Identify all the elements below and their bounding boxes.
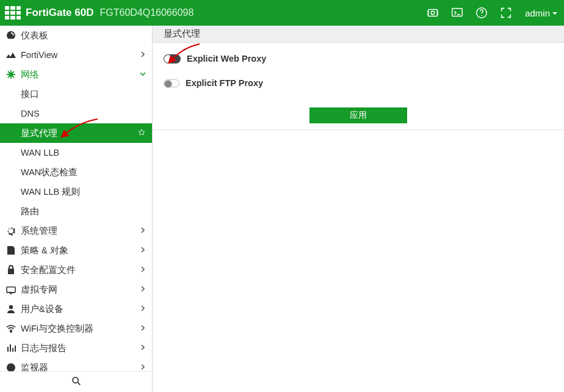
- chevron-right-icon: [140, 305, 146, 313]
- chevron-right-icon: [140, 227, 146, 235]
- sidebar-item-label: 显式代理: [21, 128, 57, 139]
- ftp-proxy-label: Explicit FTP Proxy: [186, 78, 263, 88]
- svg-rect-6: [5, 16, 9, 20]
- apply-button[interactable]: 应用: [309, 107, 407, 123]
- sidebar-item-vpn[interactable]: 虚拟专网: [0, 280, 152, 299]
- chevron-right-icon: [140, 363, 146, 371]
- help-icon[interactable]: [474, 5, 490, 21]
- section-title-text: 显式代理: [164, 28, 200, 40]
- wifi-icon: [5, 322, 17, 335]
- gear-icon: [5, 225, 17, 237]
- sidebar-sub-wan-status[interactable]: WAN状态检查: [0, 162, 152, 182]
- chevron-right-icon: [140, 344, 146, 352]
- svg-point-18: [73, 377, 78, 383]
- chevron-down-icon: [140, 70, 146, 79]
- svg-rect-11: [452, 9, 463, 16]
- sidebar-item-label: WAN LLB 规则: [21, 186, 80, 198]
- sidebar-item-user[interactable]: 用户&设备: [0, 299, 152, 319]
- sidebar-item-label: 路由: [21, 206, 39, 217]
- serial-number: FGT60D4Q16066098: [99, 7, 193, 18]
- sidebar-sub-interface[interactable]: 接口: [0, 84, 152, 104]
- svg-rect-15: [7, 287, 15, 292]
- web-proxy-toggle[interactable]: [164, 54, 181, 64]
- svg-rect-9: [428, 10, 438, 16]
- ftp-proxy-row: Explicit FTP Proxy: [153, 64, 564, 88]
- svg-rect-1: [10, 6, 15, 10]
- sidebar-sub-route[interactable]: 路由: [0, 201, 152, 221]
- sidebar-item-log[interactable]: 日志与报告: [0, 338, 152, 358]
- sidebar-item-label: FortiView: [21, 50, 57, 60]
- sidebar-item-label: 策略 & 对象: [21, 245, 68, 256]
- caret-down-icon: [552, 8, 558, 18]
- sidebar-item-label: 网络: [21, 69, 39, 81]
- sidebar-item-label: 虚拟专网: [21, 284, 57, 296]
- svg-rect-2: [16, 6, 21, 10]
- admin-label: admin: [525, 8, 550, 18]
- fullscreen-icon[interactable]: [498, 5, 514, 21]
- search-icon: [71, 376, 82, 388]
- header-right: admin: [425, 5, 558, 21]
- wizard-icon[interactable]: [425, 5, 441, 21]
- svg-rect-0: [5, 6, 9, 10]
- sidebar-sub-dns[interactable]: DNS: [0, 104, 152, 123]
- sidebar-item-wifi[interactable]: WiFi与交换控制器: [0, 319, 152, 338]
- section-title: 显式代理: [153, 26, 564, 43]
- sidebar-item-label: WAN状态检查: [21, 167, 78, 178]
- vpn-icon: [5, 283, 17, 296]
- app-header: FortiGate 60D FGT60D4Q16066098 admin: [0, 0, 564, 26]
- sidebar-item-label: 安全配置文件: [21, 264, 76, 276]
- sidebar-item-label: 仪表板: [21, 30, 48, 42]
- content-area: 显式代理 Explicit Web Proxy Explicit FTP Pro…: [153, 26, 564, 392]
- chevron-right-icon: [140, 246, 146, 255]
- svg-point-10: [431, 11, 435, 15]
- favorite-star-icon[interactable]: [137, 128, 146, 139]
- svg-rect-3: [5, 11, 9, 15]
- sidebar-item-monitor[interactable]: 监视器: [0, 358, 152, 371]
- svg-rect-5: [16, 11, 21, 15]
- sidebar-sub-wan-llb-rule[interactable]: WAN LLB 规则: [0, 182, 152, 201]
- sidebar-item-policy[interactable]: 策略 & 对象: [0, 241, 152, 260]
- chevron-right-icon: [140, 266, 146, 274]
- sidebar-item-label: 用户&设备: [21, 303, 63, 315]
- lock-icon: [5, 264, 17, 276]
- cli-icon[interactable]: [449, 5, 465, 21]
- sidebar-item-fortiview[interactable]: FortiView: [0, 45, 152, 65]
- sidebar-sub-explicit-proxy[interactable]: 显式代理: [0, 123, 152, 143]
- sidebar-sub-wan-llb[interactable]: WAN LLB: [0, 143, 152, 162]
- svg-point-14: [10, 73, 12, 76]
- svg-point-16: [9, 305, 13, 309]
- svg-rect-4: [10, 11, 15, 15]
- sidebar-item-system[interactable]: 系统管理: [0, 221, 152, 241]
- web-proxy-label: Explicit Web Proxy: [187, 54, 266, 64]
- sidebar-search[interactable]: [0, 371, 152, 392]
- report-icon: [5, 342, 17, 354]
- sidebar-item-label: WiFi与交换控制器: [21, 323, 93, 335]
- svg-point-17: [10, 331, 12, 332]
- sidebar: 仪表板 FortiView 网络: [0, 26, 153, 392]
- main-container: 仪表板 FortiView 网络: [0, 26, 564, 392]
- sidebar-item-label: 日志与报告: [21, 343, 67, 354]
- sidebar-item-label: DNS: [21, 109, 40, 118]
- network-icon: [5, 68, 17, 81]
- user-icon: [5, 303, 17, 315]
- product-name: FortiGate 60D: [26, 7, 93, 19]
- fortinet-logo-icon: [5, 6, 21, 20]
- ftp-proxy-toggle[interactable]: [164, 79, 179, 87]
- web-proxy-row: Explicit Web Proxy: [153, 43, 564, 64]
- sidebar-item-dashboard[interactable]: 仪表板: [0, 26, 152, 45]
- sidebar-item-label: 接口: [21, 89, 39, 100]
- policy-icon: [5, 244, 17, 256]
- chevron-right-icon: [140, 51, 146, 59]
- chevron-right-icon: [140, 324, 146, 333]
- sidebar-item-label: 监视器: [21, 362, 48, 372]
- sidebar-item-label: WAN LLB: [21, 148, 59, 158]
- sidebar-item-network[interactable]: 网络: [0, 65, 152, 84]
- svg-rect-7: [10, 16, 15, 20]
- nav: 仪表板 FortiView 网络: [0, 26, 152, 371]
- svg-rect-8: [16, 16, 21, 20]
- dashboard-icon: [5, 29, 17, 42]
- chevron-right-icon: [140, 285, 146, 294]
- sidebar-item-security[interactable]: 安全配置文件: [0, 260, 152, 280]
- admin-menu[interactable]: admin: [522, 8, 558, 18]
- fortiview-icon: [5, 49, 17, 61]
